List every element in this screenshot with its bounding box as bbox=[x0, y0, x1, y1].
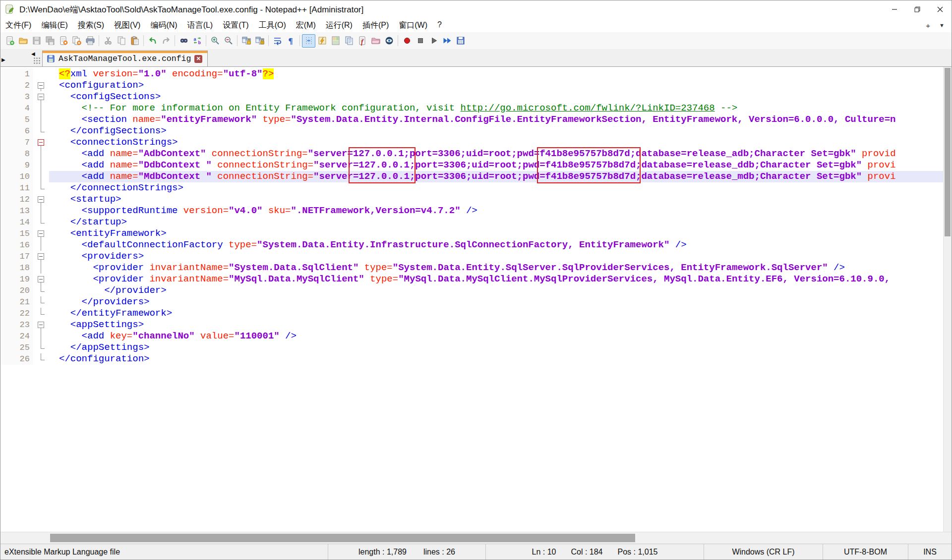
menu-item[interactable]: 插件(P) bbox=[357, 19, 394, 32]
status-eol-format[interactable]: Windows (CR LF) bbox=[704, 544, 823, 560]
copy-icon[interactable] bbox=[115, 34, 128, 48]
fold-collapse-icon[interactable] bbox=[33, 194, 49, 205]
menu-item[interactable]: 工具(O) bbox=[254, 19, 291, 32]
find-icon[interactable] bbox=[177, 34, 190, 48]
code-line[interactable]: 18 <provider invariantName="System.Data.… bbox=[0, 262, 943, 274]
code-line[interactable]: 25 </appSettings> bbox=[0, 342, 943, 353]
menu-item[interactable]: 搜索(S) bbox=[73, 19, 109, 32]
open-folder-icon[interactable] bbox=[16, 34, 30, 48]
code-text[interactable]: <add name="AdbContext" connectionString=… bbox=[49, 148, 943, 160]
code-text[interactable]: <entityFramework> bbox=[49, 228, 943, 239]
code-line[interactable]: 6 </configSections> bbox=[0, 125, 943, 137]
zoom-in-icon[interactable] bbox=[208, 34, 222, 48]
menu-item[interactable]: 语言(L) bbox=[182, 19, 218, 32]
folder-workspace-icon[interactable] bbox=[369, 34, 382, 48]
replace-icon[interactable]: ab bbox=[190, 34, 204, 48]
code-line[interactable]: 5 <section name="entityFramework" type="… bbox=[0, 114, 943, 125]
code-line[interactable]: 16 <defaultConnectionFactory type="Syste… bbox=[0, 239, 943, 251]
code-text[interactable]: <supportedRuntime version="v4.0" sku=".N… bbox=[49, 205, 943, 217]
status-insert-mode[interactable]: INS bbox=[908, 544, 952, 560]
code-text[interactable]: <section name="entityFramework" type="Sy… bbox=[49, 114, 943, 125]
code-line[interactable]: 15 <entityFramework> bbox=[0, 228, 943, 239]
code-line[interactable]: 20 </provider> bbox=[0, 285, 943, 296]
fold-collapse-icon[interactable] bbox=[33, 274, 49, 285]
paste-icon[interactable] bbox=[128, 34, 141, 48]
sync-h-icon[interactable] bbox=[253, 34, 266, 48]
undo-icon[interactable] bbox=[146, 34, 159, 48]
code-text[interactable]: </provider> bbox=[49, 285, 943, 296]
code-text[interactable]: <connectionStrings> bbox=[49, 137, 943, 148]
monitoring-icon[interactable] bbox=[382, 34, 396, 48]
code-text[interactable]: <startup> bbox=[49, 194, 943, 205]
fold-collapse-icon[interactable] bbox=[33, 80, 49, 91]
code-line[interactable]: 3 <configSections> bbox=[0, 91, 943, 103]
code-line[interactable]: 17 <providers> bbox=[0, 251, 943, 262]
macro-play-icon[interactable] bbox=[427, 34, 440, 48]
fold-collapse-icon[interactable] bbox=[33, 91, 49, 103]
code-line[interactable]: 1<?xml version="1.0" encoding="utf-8"?> bbox=[0, 68, 943, 80]
code-line[interactable]: 4 <!-- For more information on Entity Fr… bbox=[0, 103, 943, 114]
status-encoding[interactable]: UTF-8-BOM bbox=[823, 544, 908, 560]
code-text[interactable]: </startup> bbox=[49, 217, 943, 228]
menu-item[interactable]: 窗口(W) bbox=[394, 19, 432, 32]
tab-list-dropdown-icon[interactable]: ▼ bbox=[939, 22, 945, 28]
menu-item[interactable]: 编辑(E) bbox=[36, 19, 72, 32]
code-line[interactable]: 12 <startup> bbox=[0, 194, 943, 205]
panel-expand-icon[interactable]: ▶ bbox=[1, 57, 5, 62]
indent-guide-icon[interactable] bbox=[302, 34, 315, 48]
code-text[interactable]: </configuration> bbox=[49, 353, 943, 365]
code-text[interactable]: <add key="channelNo" value="110001" /> bbox=[49, 331, 943, 342]
new-tab-button[interactable]: + bbox=[926, 21, 930, 30]
doc-list-icon[interactable] bbox=[342, 34, 356, 48]
close-doc-icon[interactable] bbox=[57, 34, 70, 48]
macro-run-multi-icon[interactable] bbox=[440, 34, 454, 48]
code-text[interactable]: </entityFramework> bbox=[49, 308, 943, 319]
close-all-icon[interactable] bbox=[70, 34, 83, 48]
code-line[interactable]: 19 <provider invariantName="MySql.Data.M… bbox=[0, 274, 943, 285]
tab-scroll-left-icon[interactable]: ◀ bbox=[31, 51, 35, 56]
code-text[interactable]: </appSettings> bbox=[49, 342, 943, 353]
function-list-icon[interactable]: f bbox=[356, 34, 369, 48]
macro-record-icon[interactable] bbox=[400, 34, 414, 48]
tab-asktaomanagetool-config[interactable]: AskTaoManageTool.exe.config ✕ bbox=[42, 51, 208, 66]
code-line[interactable]: 24 <add key="channelNo" value="110001" /… bbox=[0, 331, 943, 342]
code-text[interactable]: <!-- For more information on Entity Fram… bbox=[49, 103, 943, 114]
menu-item[interactable]: 运行(R) bbox=[321, 19, 357, 32]
code-text[interactable]: <defaultConnectionFactory type="System.D… bbox=[49, 239, 943, 251]
code-line[interactable]: 8 <add name="AdbContext" connectionStrin… bbox=[0, 148, 943, 160]
code-text[interactable]: </connectionStrings> bbox=[49, 182, 943, 194]
save-all-icon[interactable] bbox=[43, 34, 57, 48]
tab-close-icon[interactable]: ✕ bbox=[194, 55, 202, 63]
code-text[interactable]: <?xml version="1.0" encoding="utf-8"?> bbox=[49, 68, 943, 80]
toolbar-grip-handle[interactable] bbox=[33, 57, 40, 65]
new-file-icon[interactable] bbox=[3, 34, 16, 48]
fold-collapse-icon[interactable] bbox=[33, 319, 49, 331]
code-line[interactable]: 14 </startup> bbox=[0, 217, 943, 228]
restore-button[interactable] bbox=[906, 0, 929, 18]
code-line[interactable]: 21 </providers> bbox=[0, 296, 943, 308]
code-line[interactable]: 11 </connectionStrings> bbox=[0, 182, 943, 194]
show-all-chars-icon[interactable]: ¶ bbox=[284, 34, 298, 48]
vertical-scrollbar[interactable] bbox=[943, 67, 952, 532]
code-text[interactable]: <add name="DdbContext " connectionString… bbox=[49, 160, 943, 171]
menu-item[interactable]: 视图(V) bbox=[109, 19, 145, 32]
code-line[interactable]: 9 <add name="DdbContext " connectionStri… bbox=[0, 160, 943, 171]
code-text[interactable]: <add name="MdbContext " connectionString… bbox=[49, 171, 943, 182]
code-line[interactable]: 10 <add name="MdbContext " connectionStr… bbox=[0, 171, 943, 182]
user-define-icon[interactable] bbox=[315, 34, 329, 48]
sync-v-icon[interactable] bbox=[239, 34, 253, 48]
horizontal-scrollbar-thumb[interactable] bbox=[50, 534, 635, 542]
code-line[interactable]: 7 <connectionStrings> bbox=[0, 137, 943, 148]
minimize-button[interactable] bbox=[883, 0, 906, 18]
fold-collapse-icon[interactable] bbox=[33, 251, 49, 262]
code-text[interactable]: <appSettings> bbox=[49, 319, 943, 331]
doc-map-icon[interactable] bbox=[329, 34, 342, 48]
code-text[interactable]: <providers> bbox=[49, 251, 943, 262]
save-icon[interactable] bbox=[30, 34, 43, 48]
word-wrap-icon[interactable] bbox=[271, 34, 284, 48]
menu-item[interactable]: 文件(F) bbox=[0, 19, 36, 32]
code-text[interactable]: <provider invariantName="MySql.Data.MySq… bbox=[49, 274, 943, 285]
menu-item[interactable]: 编码(N) bbox=[145, 19, 182, 32]
code-line[interactable]: 13 <supportedRuntime version="v4.0" sku=… bbox=[0, 205, 943, 217]
zoom-out-icon[interactable] bbox=[222, 34, 235, 48]
